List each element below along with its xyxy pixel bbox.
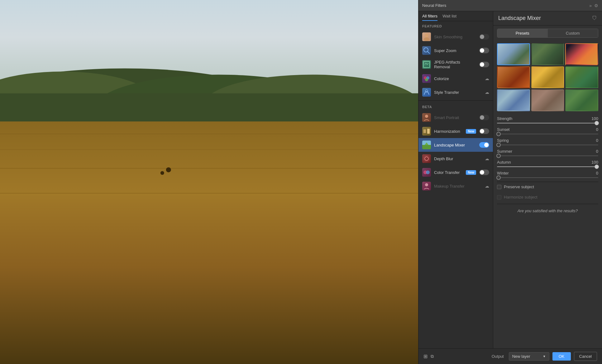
smart-portrait-toggle[interactable]	[479, 115, 489, 120]
harmonization-icon	[422, 127, 431, 136]
filter-item-skin-smoothing[interactable]: Skin Smoothing	[418, 30, 493, 44]
strength-value: 100	[591, 116, 598, 121]
tab-presets[interactable]: Presets	[497, 29, 548, 37]
panel-expand-icon[interactable]: »	[589, 3, 592, 8]
harmonize-subject-checkbox[interactable]	[497, 195, 501, 199]
depth-blur-cloud-icon: ☁	[485, 156, 489, 161]
style-transfer-name: Style Transfer	[434, 90, 482, 95]
filter-item-landscape-mixer[interactable]: Landscape Mixer	[418, 138, 493, 152]
settings-help-icon[interactable]: ⛉	[592, 16, 597, 21]
preset-8[interactable]	[531, 89, 564, 111]
preset-2[interactable]	[531, 43, 564, 65]
super-zoom-toggle[interactable]	[479, 48, 489, 53]
autumn-thumb[interactable]	[595, 165, 599, 169]
preset-5[interactable]	[531, 66, 564, 88]
output-dropdown[interactable]: New layer ▼	[509, 352, 549, 361]
cancel-button[interactable]: Cancel	[574, 352, 597, 361]
strength-track[interactable]	[497, 123, 598, 123]
preset-7[interactable]	[497, 89, 530, 111]
svg-point-13	[425, 34, 428, 37]
filter-item-color-transfer[interactable]: Color Transfer New	[418, 165, 493, 179]
jpeg-artifacts-toggle[interactable]	[479, 62, 489, 67]
featured-label: FEATURED	[418, 21, 493, 30]
svg-point-31	[425, 183, 428, 186]
autumn-label-row: Autumn 100	[497, 160, 598, 165]
layers-icon[interactable]: ⧉	[431, 354, 434, 359]
filter-item-harmonization[interactable]: Harmonization New	[418, 124, 493, 138]
autumn-value: 100	[591, 160, 598, 165]
settings-title: Landscape Mixer	[498, 15, 541, 22]
tab-all-filters[interactable]: All filters	[422, 14, 437, 21]
preset-9[interactable]	[565, 89, 598, 111]
settings-panel: Landscape Mixer ⛉ Presets Custom	[493, 11, 602, 348]
depth-blur-icon	[422, 154, 431, 163]
winter-track[interactable]	[497, 177, 598, 178]
strength-thumb[interactable]	[595, 121, 599, 125]
tab-wait-list[interactable]: Wait list	[442, 14, 456, 21]
spring-value: 0	[596, 138, 598, 143]
sunset-slider-row: Sunset 0	[497, 127, 598, 134]
color-transfer-toggle[interactable]	[479, 170, 489, 175]
panel-header-right: » ⚙	[589, 3, 598, 8]
winter-label-row: Winter 0	[497, 171, 598, 175]
summer-label-row: Summer 0	[497, 149, 598, 154]
spring-thumb[interactable]	[496, 143, 501, 147]
autumn-label: Autumn	[497, 160, 511, 165]
filter-item-style-transfer[interactable]: Style Transfer ☁	[418, 85, 493, 99]
preset-6[interactable]	[565, 66, 598, 88]
filter-item-makeup-transfer[interactable]: Makeup Transfer ☁	[418, 179, 493, 193]
depth-blur-name: Depth Blur	[434, 156, 482, 161]
spring-label: Spring	[497, 138, 509, 143]
preset-4[interactable]	[497, 66, 530, 88]
svg-rect-6	[0, 122, 418, 364]
preserve-subject-checkbox[interactable]	[497, 185, 501, 189]
beta-label: BETA	[418, 102, 493, 111]
spring-track[interactable]	[497, 145, 598, 145]
summer-track[interactable]	[497, 156, 598, 156]
skin-smoothing-toggle[interactable]	[479, 34, 489, 40]
sunset-track[interactable]	[497, 134, 598, 134]
winter-thumb[interactable]	[496, 175, 501, 180]
panel-body: All filters Wait list FEATURED Skin Smoo…	[418, 11, 602, 348]
svg-point-20	[425, 78, 428, 81]
style-transfer-cloud-icon: ☁	[485, 90, 489, 95]
divider-satisfaction	[497, 204, 598, 204]
summer-thumb[interactable]	[496, 154, 501, 158]
preserve-subject-label: Preserve subject	[504, 184, 534, 189]
jpeg-artifacts-icon	[422, 60, 431, 69]
filter-item-depth-blur[interactable]: Depth Blur ☁	[418, 152, 493, 165]
sunset-label: Sunset	[497, 127, 509, 132]
winter-label: Winter	[497, 171, 509, 175]
makeup-transfer-cloud-icon: ☁	[485, 184, 489, 189]
svg-line-16	[428, 51, 430, 54]
svg-point-14	[424, 37, 429, 41]
panel-title: Neural Filters	[422, 3, 446, 8]
colorize-cloud-icon: ☁	[485, 76, 489, 81]
filter-item-jpeg-artifacts[interactable]: JPEG Artifacts Removal	[418, 57, 493, 72]
strength-label-row: Strength 100	[497, 116, 598, 121]
sunset-thumb[interactable]	[496, 132, 501, 136]
divider-1	[418, 100, 493, 101]
preset-3[interactable]	[565, 43, 598, 65]
spring-label-row: Spring 0	[497, 138, 598, 143]
harmonization-toggle[interactable]	[479, 128, 489, 134]
summer-slider-row: Summer 0	[497, 149, 598, 156]
preset-1[interactable]	[497, 43, 530, 65]
landscape-mixer-toggle[interactable]	[479, 142, 489, 148]
svg-rect-17	[423, 61, 430, 68]
preset-grid	[493, 41, 602, 114]
filter-item-super-zoom[interactable]: Super Zoom	[418, 44, 493, 57]
ok-button[interactable]: OK	[552, 352, 571, 361]
winter-value: 0	[596, 171, 598, 175]
compare-icon[interactable]: ⊞	[423, 353, 428, 359]
autumn-track[interactable]	[497, 166, 598, 167]
panel-settings-icon[interactable]: ⚙	[594, 3, 598, 8]
filter-item-colorize[interactable]: Colorize ☁	[418, 72, 493, 85]
tab-custom[interactable]: Custom	[548, 29, 598, 37]
autumn-slider-row: Autumn 100	[497, 160, 598, 167]
style-transfer-icon	[422, 88, 431, 97]
filter-item-smart-portrait[interactable]: Smart Portrait	[418, 111, 493, 124]
color-transfer-icon	[422, 168, 431, 177]
output-dropdown-value: New layer	[512, 354, 541, 359]
svg-point-27	[425, 157, 428, 160]
